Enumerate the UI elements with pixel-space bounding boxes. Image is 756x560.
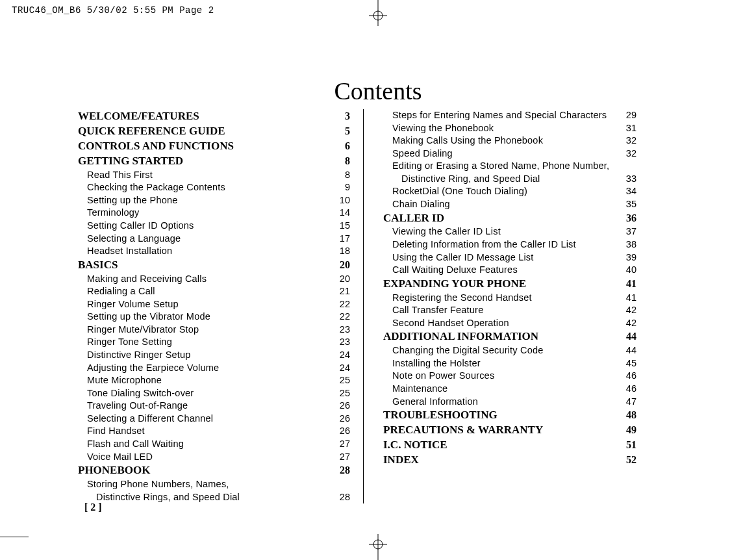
toc-subentry-label: Voice Mail LED bbox=[78, 451, 153, 464]
toc-section-page: 28 bbox=[332, 463, 350, 477]
toc-subentry-page: 18 bbox=[332, 245, 350, 258]
toc-subentry-label: General Information bbox=[383, 396, 478, 409]
toc-subentry-label: Registering the Second Handset bbox=[383, 292, 532, 305]
toc-row: Speed Dialing32 bbox=[383, 147, 636, 160]
toc-row: Distinctive Rings, and Speed Dial28 bbox=[78, 491, 350, 504]
toc-subentry-label: Read This First bbox=[78, 169, 153, 182]
toc-subentry-page: 32 bbox=[618, 147, 636, 160]
toc-row: Viewing the Caller ID List37 bbox=[383, 225, 636, 238]
toc-section-page: 52 bbox=[618, 453, 636, 467]
toc-subentry-label: Flash and Call Waiting bbox=[78, 438, 184, 451]
toc-section-label: INDEX bbox=[383, 453, 419, 468]
toc-row: BASICS20 bbox=[78, 258, 350, 273]
toc-section-label: I.C. NOTICE bbox=[383, 438, 447, 453]
toc-row: CONTROLS AND FUNCTIONS6 bbox=[78, 139, 350, 154]
toc-subentry-page: 37 bbox=[618, 225, 636, 238]
page-number-footer: [ 2 ] bbox=[84, 502, 102, 513]
toc-row: Maintenance46 bbox=[383, 383, 636, 396]
toc-subentry-page: 26 bbox=[332, 425, 350, 438]
toc-subentry-page: 39 bbox=[618, 251, 636, 264]
toc-row: Setting up the Vibrator Mode22 bbox=[78, 311, 350, 324]
toc-section-label: ADDITIONAL INFORMATION bbox=[383, 329, 538, 344]
toc-subentry-label: Second Handset Operation bbox=[383, 317, 509, 330]
registration-mark-bottom-icon bbox=[369, 534, 387, 560]
toc-row: Distinctive Ring, and Speed Dial33 bbox=[383, 173, 636, 186]
toc-subentry-label: Find Handset bbox=[78, 425, 145, 438]
toc-row: Installing the Holster45 bbox=[383, 357, 636, 370]
toc-subentry-page: 46 bbox=[618, 383, 636, 396]
toc-row: Terminology14 bbox=[78, 207, 350, 220]
toc-subentry-label: Setting up the Vibrator Mode bbox=[78, 311, 210, 324]
toc-section-label: PHONEBOOK bbox=[78, 463, 150, 478]
toc-subentry-page: 21 bbox=[332, 285, 350, 298]
toc-row: INDEX52 bbox=[383, 453, 636, 468]
toc-row: Changing the Digital Security Code44 bbox=[383, 344, 636, 357]
toc-subentry-label: Viewing the Phonebook bbox=[383, 122, 494, 135]
toc-row: Note on Power Sources46 bbox=[383, 370, 636, 383]
toc-row: Find Handset26 bbox=[78, 425, 350, 438]
toc-subentry-page: 32 bbox=[618, 134, 636, 147]
toc-row: I.C. NOTICE51 bbox=[383, 438, 636, 453]
toc-row: QUICK REFERENCE GUIDE5 bbox=[78, 124, 350, 139]
toc-row: Second Handset Operation42 bbox=[383, 317, 636, 330]
toc-row: PRECAUTIONS & WARRANTY49 bbox=[383, 423, 636, 438]
toc-subentry-label: Setting up the Phone bbox=[78, 194, 177, 207]
toc-row: PHONEBOOK28 bbox=[78, 463, 350, 478]
toc-subentry-page: 42 bbox=[618, 304, 636, 317]
toc-row: Selecting a Different Channel26 bbox=[78, 413, 350, 426]
toc-subentry-label: Tone Dialing Switch-over bbox=[78, 387, 194, 400]
toc-subentry-page: 47 bbox=[618, 396, 636, 409]
toc-section-label: CALLER ID bbox=[383, 211, 444, 226]
toc-subentry-page: 41 bbox=[618, 292, 636, 305]
toc-subentry-label: Installing the Holster bbox=[383, 357, 481, 370]
toc-section-label: TROUBLESHOOTING bbox=[383, 408, 498, 423]
toc-section-page: 36 bbox=[618, 211, 636, 225]
toc-row: Voice Mail LED27 bbox=[78, 451, 350, 464]
toc-subentry-page: 14 bbox=[332, 207, 350, 220]
toc-subentry-label: Checking the Package Contents bbox=[78, 181, 225, 194]
toc-subentry-page: 8 bbox=[332, 169, 350, 182]
toc-section-page: 48 bbox=[618, 408, 636, 422]
toc-row: Read This First8 bbox=[78, 169, 350, 182]
toc-subentry-page: 25 bbox=[332, 374, 350, 387]
toc-section-page: 41 bbox=[618, 277, 636, 291]
toc-subentry-label: Note on Power Sources bbox=[383, 370, 494, 383]
toc-subentry-label: Steps for Entering Names and Special Cha… bbox=[383, 109, 607, 122]
toc-subentry-page: 26 bbox=[332, 413, 350, 426]
toc-row: Flash and Call Waiting27 bbox=[78, 438, 350, 451]
toc-section-page: 3 bbox=[332, 109, 350, 123]
toc-subentry-label: Chain Dialing bbox=[383, 198, 450, 211]
toc-row: General Information47 bbox=[383, 396, 636, 409]
toc-row: Redialing a Call21 bbox=[78, 285, 350, 298]
toc-subentry-label: Traveling Out-of-Range bbox=[78, 400, 188, 413]
toc-row: Setting up the Phone10 bbox=[78, 194, 350, 207]
toc-subentry-label: Terminology bbox=[78, 207, 139, 220]
toc-subentry-page: 25 bbox=[332, 387, 350, 400]
toc-subentry-label: Editing or Erasing a Stored Name, Phone … bbox=[383, 160, 609, 173]
toc-row: Headset Installation18 bbox=[78, 245, 350, 258]
toc-row: Viewing the Phonebook31 bbox=[383, 122, 636, 135]
toc-subentry-page: 9 bbox=[332, 181, 350, 194]
toc-subentry-page: 40 bbox=[618, 264, 636, 277]
toc-row: Ringer Tone Setting23 bbox=[78, 336, 350, 349]
toc-subentry-page: 10 bbox=[332, 194, 350, 207]
toc-subentry-page: 23 bbox=[332, 336, 350, 349]
contents-column-right: Steps for Entering Names and Special Cha… bbox=[364, 109, 649, 503]
toc-subentry-page: 27 bbox=[332, 438, 350, 451]
toc-subentry-page: 24 bbox=[332, 362, 350, 375]
toc-subentry-page: 34 bbox=[618, 185, 636, 198]
toc-subentry-page: 22 bbox=[332, 298, 350, 311]
toc-row: Traveling Out-of-Range26 bbox=[78, 400, 350, 413]
toc-row: Deleting Information from the Caller ID … bbox=[383, 238, 636, 251]
toc-subentry-label: Storing Phone Numbers, Names, bbox=[78, 478, 229, 491]
toc-subentry-label: Ringer Volume Setup bbox=[78, 298, 179, 311]
toc-row: GETTING STARTED8 bbox=[78, 154, 350, 169]
toc-row: Ringer Mute/Vibrator Stop23 bbox=[78, 324, 350, 337]
toc-row: Storing Phone Numbers, Names, bbox=[78, 478, 350, 491]
toc-section-label: QUICK REFERENCE GUIDE bbox=[78, 124, 225, 139]
toc-section-page: 8 bbox=[332, 154, 350, 168]
toc-subentry-page: 24 bbox=[332, 349, 350, 362]
toc-subentry-label: Setting Caller ID Options bbox=[78, 220, 194, 233]
toc-row: Editing or Erasing a Stored Name, Phone … bbox=[383, 160, 636, 173]
toc-subentry-page: 45 bbox=[618, 357, 636, 370]
